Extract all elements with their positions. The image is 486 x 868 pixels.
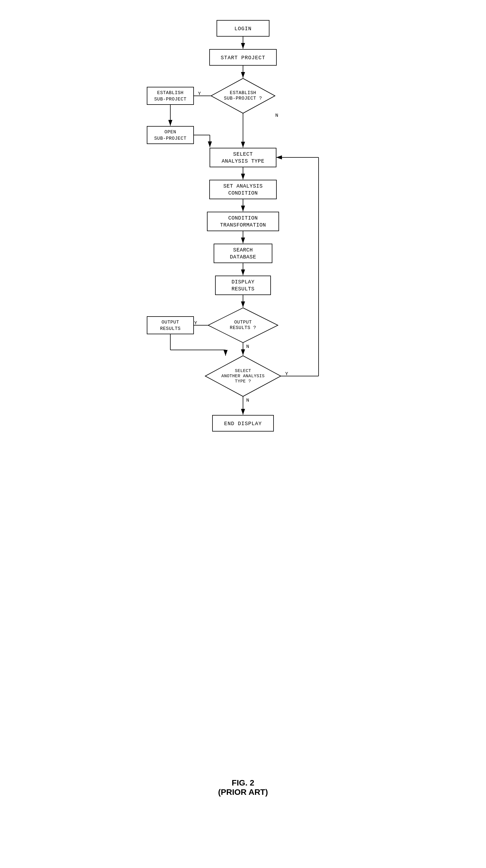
n-label-another: N [246, 398, 249, 403]
output-results-q-line2: RESULTS ? [230, 325, 256, 331]
select-analysis-type-line1: SELECT [233, 151, 253, 157]
open-sub-project-line2: SUB-PROJECT [154, 136, 186, 141]
select-analysis-type-line2: ANALYSIS TYPE [222, 158, 264, 164]
svg-rect-17 [207, 212, 279, 231]
select-another-q-line2: ANOTHER ANALYSIS [222, 374, 265, 379]
svg-rect-21 [216, 276, 270, 295]
n-label-establish: N [275, 113, 278, 118]
output-results-q-line1: OUTPUT [234, 320, 252, 325]
condition-transformation-line2: TRANSFORMATION [220, 222, 266, 228]
n-label-output: N [246, 344, 249, 349]
svg-rect-19 [214, 244, 272, 263]
fig-title: FIG. 2 [218, 778, 268, 787]
display-results-line1: DISPLAY [231, 279, 254, 285]
select-another-q-line3: TYPE ? [235, 379, 251, 384]
svg-rect-25 [147, 316, 194, 334]
establish-sub-project-line1: ESTABLISH [157, 90, 184, 96]
login-label: LOGIN [234, 26, 251, 32]
svg-rect-9 [147, 126, 194, 144]
fig-subtitle: (PRIOR ART) [218, 787, 268, 797]
establish-sub-project-line2: SUB-PROJECT [154, 97, 186, 102]
figure-caption: FIG. 2 (PRIOR ART) [218, 778, 268, 797]
start-project-label: START PROJECT [221, 55, 265, 61]
set-analysis-condition-line2: CONDITION [228, 190, 258, 196]
display-results-line2: RESULTS [231, 286, 254, 292]
flowchart-diagram: LOGIN START PROJECT ESTABLISH SUB-PROJEC… [138, 11, 348, 767]
search-database-line1: SEARCH [233, 247, 253, 253]
condition-transformation-line1: CONDITION [228, 215, 258, 221]
set-analysis-condition-line1: SET ANALYSIS [223, 183, 263, 189]
svg-rect-15 [209, 180, 277, 199]
svg-rect-13 [210, 148, 276, 167]
establish-sub-project-q-line2: SUB-PROJECT ? [224, 96, 262, 101]
open-sub-project-line1: OPEN [165, 129, 176, 135]
output-results-line2: RESULTS [160, 326, 181, 331]
end-display-label: END DISPLAY [224, 421, 262, 427]
output-results-line1: OUTPUT [162, 320, 179, 325]
select-another-q-line1: SELECT [235, 369, 251, 373]
establish-sub-project-q-line1: ESTABLISH [230, 90, 256, 96]
svg-rect-7 [147, 87, 194, 104]
page: LOGIN START PROJECT ESTABLISH SUB-PROJEC… [121, 11, 365, 797]
search-database-line2: DATABASE [230, 254, 256, 260]
